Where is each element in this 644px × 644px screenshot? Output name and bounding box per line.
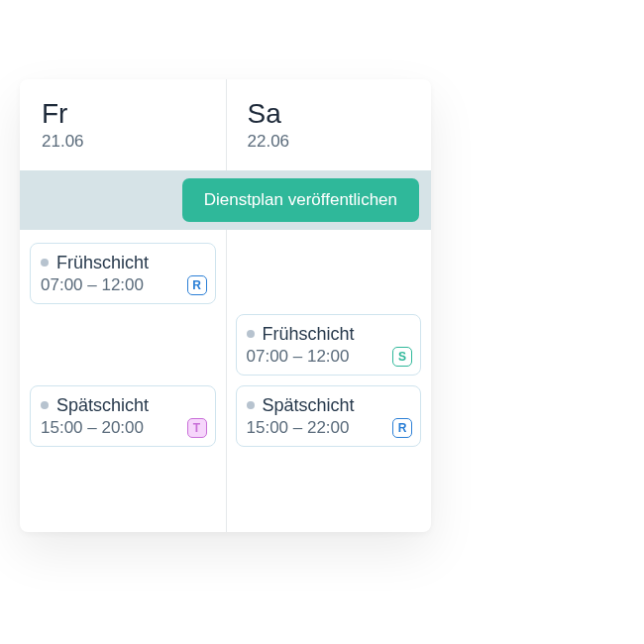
shift-time: 07:00 – 12:00 (247, 347, 411, 367)
shift-title: Frühschicht (263, 324, 355, 345)
shift-time: 15:00 – 20:00 (41, 418, 205, 438)
shift-title: Frühschicht (56, 253, 149, 273)
shift-card[interactable]: Frühschicht 07:00 – 12:00 R (30, 243, 216, 304)
day-date: 21.06 (42, 132, 226, 152)
shift-title: Spätschicht (56, 395, 149, 416)
publish-schedule-button[interactable]: Dienstplan veröffentlichen (182, 178, 419, 222)
schedule-card: Fr 21.06 Frühschicht 07:00 – 12:00 R Sp (20, 79, 431, 532)
day-header: Fr 21.06 (20, 79, 226, 165)
shift-time: 15:00 – 22:00 (247, 418, 411, 438)
day-header: Sa 22.06 (226, 79, 432, 165)
shift-title-row: Spätschicht (247, 395, 411, 416)
shift-time: 07:00 – 12:00 (41, 275, 205, 295)
assignee-badge: R (392, 418, 412, 438)
day-date: 22.06 (248, 132, 432, 152)
spacer (30, 314, 216, 385)
status-dot-icon (41, 259, 49, 267)
shift-title-row: Frühschicht (41, 253, 205, 273)
assignee-badge: R (187, 275, 207, 295)
day-abbrev: Sa (248, 99, 432, 130)
shift-card[interactable]: Frühschicht 07:00 – 12:00 S (236, 314, 422, 376)
shift-title-row: Frühschicht (247, 324, 411, 345)
status-dot-icon (41, 401, 49, 409)
shift-title: Spätschicht (263, 395, 355, 416)
status-dot-icon (247, 330, 255, 338)
spacer (236, 243, 422, 314)
shift-card[interactable]: Spätschicht 15:00 – 22:00 R (236, 385, 422, 447)
day-column-fr: Fr 21.06 Frühschicht 07:00 – 12:00 R Sp (20, 79, 226, 532)
shift-title-row: Spätschicht (41, 395, 205, 416)
assignee-badge: S (392, 347, 412, 367)
columns: Fr 21.06 Frühschicht 07:00 – 12:00 R Sp (20, 79, 431, 532)
shift-card[interactable]: Spätschicht 15:00 – 20:00 T (30, 385, 216, 447)
day-column-sa: Sa 22.06 Frühschicht 07:00 – 12:00 S Sp (226, 79, 432, 532)
day-abbrev: Fr (42, 99, 226, 130)
status-dot-icon (247, 401, 255, 409)
publish-strip: Dienstplan veröffentlichen (20, 170, 431, 230)
assignee-badge: T (187, 418, 207, 438)
